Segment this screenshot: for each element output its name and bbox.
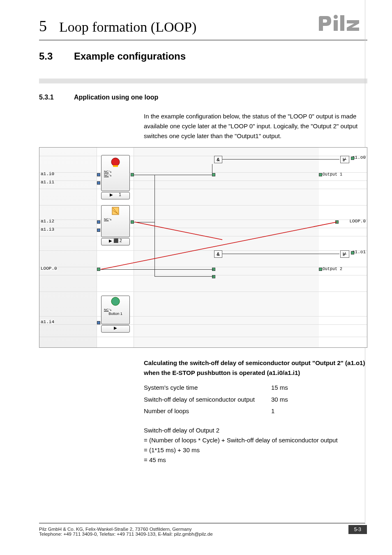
- svg-rect-2: [340, 15, 344, 31]
- subsection-number: 5.3.1: [39, 94, 74, 101]
- chapter-title: Loop formation (LOOP): [59, 19, 318, 35]
- footer-contact: Telephone: +49 711 3409-0, Telefax: +49 …: [39, 532, 213, 536]
- calc-line: = 45 ms: [144, 455, 367, 465]
- calc-value: 1: [271, 405, 274, 417]
- calc-row: System's cycle time 15 ms: [144, 382, 367, 394]
- calc-row: Number of loops 1: [144, 405, 367, 417]
- subsection-title: Application using one loop: [74, 94, 158, 101]
- page-footer: Pilz GmbH & Co. KG, Felix-Wankel-Straße …: [39, 523, 365, 536]
- intro-paragraph: In the example configuration below, the …: [144, 111, 367, 141]
- svg-rect-0: [334, 20, 338, 31]
- pilz-logo-icon: [318, 14, 367, 35]
- section-title: Example configurations: [74, 51, 186, 62]
- footer-address: Pilz GmbH & Co. KG, Felix-Wankel-Straße …: [39, 527, 213, 532]
- calc-table: System's cycle time 15 ms Switch-off del…: [144, 382, 367, 417]
- page-number: 5-3: [348, 525, 367, 534]
- loop-configuration-diagram: a1.i0 a1.i1 a1.i2 a1.i3 LOOP.0 a1.i4 a1.…: [39, 147, 367, 348]
- calc-line: Switch-off delay of Output 2: [144, 426, 367, 435]
- calc-line: = (Number of loops * Cycle) + Switch-off…: [144, 435, 367, 445]
- calc-label: Number of loops: [144, 405, 271, 417]
- calc-line: = (1*15 ms) + 30 ms: [144, 445, 367, 455]
- chapter-number: 5: [39, 17, 47, 35]
- svg-line-9: [101, 222, 337, 269]
- calc-formula: Switch-off delay of Output 2 = (Number o…: [144, 426, 367, 465]
- calc-heading: Calculating the switch-off delay of semi…: [144, 358, 367, 378]
- svg-point-1: [334, 15, 338, 19]
- calc-label: System's cycle time: [144, 382, 271, 394]
- subsection-heading: 5.3.1 Application using one loop: [39, 94, 367, 101]
- calc-value: 30 ms: [271, 394, 288, 406]
- svg-line-10: [135, 222, 222, 240]
- section-divider: [39, 79, 367, 83]
- calc-row: Switch-off delay of semiconductor output…: [144, 394, 367, 406]
- page-header: 5 Loop formation (LOOP): [39, 14, 367, 40]
- calc-value: 15 ms: [271, 382, 288, 394]
- section-number: 5.3: [39, 51, 74, 62]
- calc-label: Switch-off delay of semiconductor output: [144, 394, 271, 406]
- section-heading: 5.3 Example configurations: [39, 51, 367, 62]
